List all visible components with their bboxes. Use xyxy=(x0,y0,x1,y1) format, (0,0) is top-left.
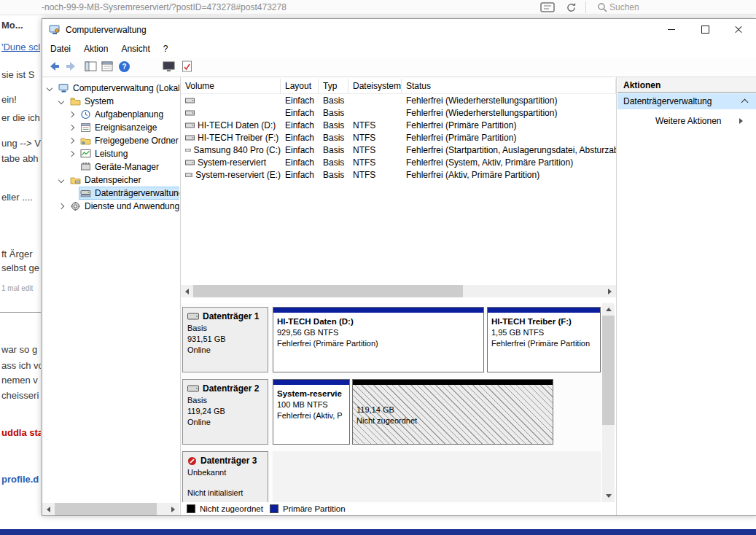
search-input[interactable]: Suchen xyxy=(609,2,639,12)
unallocated-strip xyxy=(353,380,553,385)
scroll-left-icon[interactable] xyxy=(181,285,193,297)
column-header-typ[interactable]: Typ xyxy=(319,79,348,93)
minimize-button[interactable] xyxy=(655,19,688,40)
scrollbar-thumb[interactable] xyxy=(193,285,463,297)
tree-item-datenspeicher[interactable]: Datenspeicher xyxy=(42,173,179,187)
menu-datei[interactable]: Datei xyxy=(44,41,77,57)
volume-icon xyxy=(185,96,195,105)
menu-help[interactable]: ? xyxy=(157,41,175,57)
expander-icon[interactable] xyxy=(58,177,64,183)
close-button[interactable] xyxy=(722,19,755,40)
expander-icon[interactable] xyxy=(58,203,64,209)
disk-2-row: Datenträger 2 Basis 119,24 GB Online Sys… xyxy=(182,379,601,446)
page-link-fragment[interactable]: 'Dune scl xyxy=(1,42,41,52)
expander-icon[interactable] xyxy=(69,112,74,117)
scrollbar-thumb[interactable] xyxy=(602,316,615,425)
column-header-dateisystem[interactable]: Dateisystem xyxy=(348,79,402,93)
tree-item-geraete-manager[interactable]: Geräte-Manager xyxy=(42,160,179,173)
disk-2-label[interactable]: Datenträger 2 Basis 119,24 GB Online xyxy=(182,379,268,445)
volume-list: EinfachBasisFehlerfrei (Wiederherstellun… xyxy=(181,94,616,181)
menu-aktion[interactable]: Aktion xyxy=(77,41,114,57)
url-text[interactable]: -noch-99-9-MB-Sysremreserviert/?postID=4… xyxy=(42,2,287,12)
menu-ansicht[interactable]: Ansicht xyxy=(114,41,156,57)
scroll-up-icon[interactable] xyxy=(602,303,615,316)
tree-item-label: Freigegebene Ordner xyxy=(95,136,179,146)
table-row[interactable]: System-reserviert EinfachBasisNTFSFehler… xyxy=(181,156,616,168)
page-text-fragment: cheisseri xyxy=(1,390,41,401)
page-link-fragment[interactable]: profile.d xyxy=(1,474,41,485)
shared-folder-icon xyxy=(80,136,91,146)
tree-item-label: Computerverwaltung (Lokal) xyxy=(73,83,179,93)
tree-item-freigegebene-ordner[interactable]: Freigegebene Ordner xyxy=(42,134,179,147)
expander-icon[interactable] xyxy=(58,98,64,104)
scroll-down-icon[interactable] xyxy=(602,490,615,502)
search-icon[interactable] xyxy=(594,1,610,13)
browser-address-bar: -noch-99-9-MB-Sysremreserviert/?postID=4… xyxy=(0,0,756,15)
refresh-icon[interactable] xyxy=(563,1,579,13)
help-icon[interactable]: ? xyxy=(117,59,131,74)
tree-item-ereignisanzeige[interactable]: Ereignisanzeige xyxy=(42,121,179,134)
title-bar[interactable]: Computerverwaltung xyxy=(42,19,756,41)
scroll-left-icon[interactable] xyxy=(42,503,55,515)
disk-3-empty-area[interactable] xyxy=(273,451,601,502)
tree-item-datentraegerverwaltung[interactable]: Datenträgerverwaltung xyxy=(42,187,179,200)
expander-icon[interactable] xyxy=(69,125,74,130)
folder-icon xyxy=(70,96,81,106)
tree-item-computerverwaltung[interactable]: Computerverwaltung (Lokal) xyxy=(42,82,179,95)
volume-list-horizontal-scrollbar[interactable] xyxy=(181,285,616,297)
expander-icon[interactable] xyxy=(69,138,74,144)
tree-item-aufgabenplanung[interactable]: Aufgabenplanung xyxy=(42,108,179,121)
disk-view-vertical-scrollbar[interactable] xyxy=(602,303,615,502)
partition-system-reserviert[interactable]: System-reservie 100 MB NTFS Fehlerfrei (… xyxy=(273,379,350,445)
reader-view-icon[interactable] xyxy=(539,1,556,13)
forward-icon[interactable] xyxy=(64,59,79,74)
tree-item-leistung[interactable]: Leistung xyxy=(42,147,179,160)
column-header-volume[interactable]: Volume xyxy=(181,79,281,93)
page-divider xyxy=(0,312,41,313)
expander-icon[interactable] xyxy=(69,151,74,157)
tree-item-system[interactable]: System xyxy=(42,95,179,108)
disk-icon xyxy=(187,312,199,321)
collapse-icon[interactable] xyxy=(741,99,749,106)
table-row[interactable]: HI-TECH Treiber (F:) EinfachBasisNTFSFeh… xyxy=(181,131,616,144)
partition-hi-tech-treiber[interactable]: HI-TECH Treiber (F:) 1,95 GB NTFS Fehler… xyxy=(487,307,601,372)
tree-item-dienste-und-anwendungen[interactable]: Dienste und Anwendungen xyxy=(42,200,179,213)
tree-item-label: Leistung xyxy=(95,149,128,159)
legend-bar: Nicht zugeordnet Primäre Partition xyxy=(181,502,616,515)
monitor-icon[interactable] xyxy=(161,59,176,74)
page-text-fragment: ung --> V xyxy=(1,138,41,149)
expander-icon[interactable] xyxy=(47,85,52,91)
unallocated-space[interactable]: 119,14 GB Nicht zugeordnet xyxy=(352,379,553,445)
tree-item-label: Aufgabenplanung xyxy=(95,109,163,120)
scroll-right-icon[interactable] xyxy=(604,285,616,297)
table-row[interactable]: System-reserviert (E:) EinfachBasisNTFSF… xyxy=(181,168,616,181)
scrollbar-thumb[interactable] xyxy=(55,503,157,515)
table-row[interactable]: EinfachBasisFehlerfrei (Wiederherstellun… xyxy=(181,106,616,119)
weitere-aktionen-item[interactable]: Weitere Aktionen xyxy=(617,114,756,128)
maximize-button[interactable] xyxy=(688,19,722,40)
back-icon[interactable] xyxy=(47,59,61,74)
scroll-right-icon[interactable] xyxy=(167,503,179,515)
actions-group-datentraegerverwaltung[interactable]: Datenträgerverwaltung xyxy=(617,93,756,109)
page-username-fragment[interactable]: uddla sta xyxy=(1,427,41,438)
show-console-tree-icon[interactable] xyxy=(83,59,98,74)
disk-3-label[interactable]: Datenträger 3 Unbekannt Nicht initialisi… xyxy=(182,451,268,502)
table-row[interactable]: EinfachBasisFehlerfrei (Wiederherstellun… xyxy=(181,94,616,106)
performance-icon xyxy=(80,149,91,159)
column-header-status[interactable]: Status xyxy=(402,79,616,93)
volume-icon xyxy=(185,146,191,155)
column-header-layout[interactable]: Layout xyxy=(281,79,319,93)
partition-hi-tech-daten[interactable]: HI-TECH Daten (D:) 929,56 GB NTFS Fehler… xyxy=(273,307,484,372)
page-text-fragment: selbst ge xyxy=(1,262,41,273)
primary-partition-strip xyxy=(488,308,600,313)
table-row[interactable]: Samsung 840 Pro (C:) EinfachBasisNTFSFeh… xyxy=(181,144,616,156)
page-text-fragment: eller .... xyxy=(1,192,41,203)
properties-icon[interactable] xyxy=(100,59,114,74)
error-icon xyxy=(187,456,197,466)
tree-horizontal-scrollbar[interactable] xyxy=(42,503,179,515)
computer-management-icon xyxy=(49,24,61,36)
window-title: Computerverwaltung xyxy=(66,25,147,35)
table-row[interactable]: HI-TECH Daten (D:) EinfachBasisNTFSFehle… xyxy=(181,119,616,131)
document-check-icon[interactable] xyxy=(179,59,194,74)
disk-1-label[interactable]: Datenträger 1 Basis 931,51 GB Online xyxy=(182,307,268,372)
